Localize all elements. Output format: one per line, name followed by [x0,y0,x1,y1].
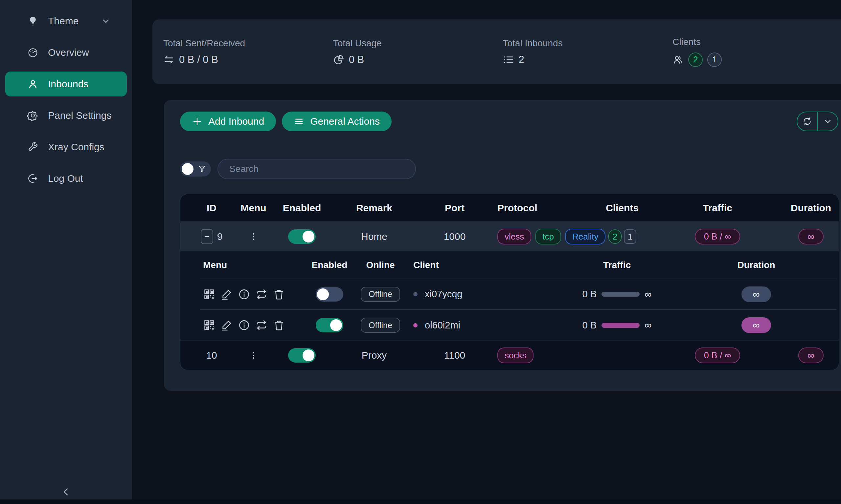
bottom-strip [0,499,841,504]
client-duration-badge: ∞ [741,317,771,333]
plus-icon [192,116,202,127]
general-actions-label: General Actions [310,116,380,127]
traffic-cap: ∞ [645,289,651,300]
header-enabled: Enabled [271,202,333,214]
stat-total-inbounds: Total Inbounds 2 [503,38,673,66]
sidebar-collapse-button[interactable] [0,486,132,498]
sidebar-item-panel-settings[interactable]: Panel Settings [5,103,127,128]
user-icon [27,78,39,90]
pie-chart-icon [333,54,344,65]
sidebar: Theme Overview Inbounds Panel Settings [0,0,132,504]
main-content: Total Sent/Received 0 B / 0 B Total Usag… [132,0,841,504]
add-inbound-label: Add Inbound [208,116,264,127]
wrench-icon [27,141,39,153]
header-remark: Remark [333,202,415,214]
inbound-remark: Proxy [333,350,415,361]
inbound-enabled-toggle[interactable] [288,348,316,363]
edit-icon[interactable] [220,319,233,331]
stats-card: Total Sent/Received 0 B / 0 B Total Usag… [152,19,841,84]
traffic-used: 0 B [582,320,597,331]
row-menu-button[interactable] [249,350,259,360]
sidebar-item-label: Panel Settings [48,110,111,121]
client-row: Offline ol60i2mi 0 B ∞ ∞ [200,310,836,341]
list-icon [503,54,514,65]
clients-online-badge: 2 [688,53,703,67]
stat-label: Total Usage [333,38,503,49]
refresh-button[interactable] [797,112,818,131]
logout-icon [27,173,39,184]
online-status-badge: Offline [361,287,400,302]
edit-icon[interactable] [220,288,233,301]
refresh-options-button[interactable] [818,112,838,131]
info-icon[interactable] [238,319,250,331]
inbounds-table: ID Menu Enabled Remark Port Protocol Cli… [180,194,839,370]
stat-value: 0 B / 0 B [179,54,218,66]
filter-toggle[interactable] [180,161,211,177]
general-actions-button[interactable]: General Actions [282,111,392,131]
inbound-id: 10 [206,350,217,361]
sidebar-item-label: Xray Configs [48,141,104,152]
stat-label: Total Inbounds [503,38,673,49]
toolbar: Add Inbound General Actions [180,111,838,131]
sidebar-item-xray-configs[interactable]: Xray Configs [5,134,127,160]
gear-icon [27,110,39,121]
inbound-remark: Home [333,231,415,242]
row-menu-button[interactable] [249,232,259,241]
traffic-badge: 0 B / ∞ [695,347,740,363]
client-name: xi07ycqg [425,289,462,300]
sidebar-item-overview[interactable]: Overview [5,40,127,65]
sub-header-enabled: Enabled [308,260,351,270]
duration-badge: ∞ [798,229,824,245]
qr-code-icon[interactable] [203,319,216,331]
reset-traffic-icon[interactable] [255,288,268,301]
sidebar-item-label: Log Out [48,173,83,184]
app-window: Theme Overview Inbounds Panel Settings [0,0,841,504]
lightbulb-icon [27,15,39,27]
trash-icon[interactable] [273,288,285,301]
sub-header-client: Client [410,260,558,270]
theme-selector[interactable]: Theme [5,8,127,34]
menu-lines-icon [294,116,304,127]
refresh-split-button [797,111,838,131]
add-inbound-button[interactable]: Add Inbound [180,111,276,131]
clients-count-badge: 2 [608,229,622,244]
reset-traffic-icon[interactable] [255,319,268,331]
header-id: ID [181,202,236,214]
sidebar-item-logout[interactable]: Log Out [5,166,127,191]
trash-icon[interactable] [273,319,285,331]
chevron-down-icon [823,116,833,126]
search-input[interactable] [218,159,416,179]
sidebar-item-label: Inbounds [48,78,88,90]
table-row-inbound-9: 9 Home 1000 vless tcp Re [181,222,839,251]
header-traffic: Traffic [652,202,783,214]
sub-header-traffic: Traffic [558,260,676,270]
inbound-id: 9 [217,231,223,242]
chevron-down-icon [101,16,110,25]
stat-total-usage: Total Usage 0 B [333,38,503,66]
info-icon[interactable] [238,288,250,301]
refresh-icon [802,116,812,126]
users-icon [672,54,684,65]
protocol-badge-vless: vless [497,229,531,245]
toggle-knob [182,163,193,175]
traffic-badge: 0 B / ∞ [695,229,740,245]
stat-value: 0 B [349,54,364,66]
qr-code-icon[interactable] [203,288,216,301]
header-clients: Clients [593,202,652,214]
stat-label: Clients [672,37,841,47]
inbound-enabled-toggle[interactable] [288,229,316,244]
collapse-row-button[interactable] [201,229,213,244]
table-row-inbound-10: 10 Proxy 1100 socks [181,341,839,370]
sidebar-item-inbounds[interactable]: Inbounds [5,72,127,96]
inbound-port: 1000 [415,231,494,242]
online-status-badge: Offline [361,318,400,333]
client-enabled-toggle[interactable] [316,287,343,302]
toggle-knob [303,231,314,242]
transfer-arrows-icon [163,54,174,65]
toggle-knob [317,288,329,300]
client-name: ol60i2mi [425,320,460,331]
client-enabled-toggle[interactable] [316,318,343,332]
table-header-row: ID Menu Enabled Remark Port Protocol Cli… [181,194,839,222]
duration-badge: ∞ [798,347,824,363]
toggle-knob [330,319,342,331]
